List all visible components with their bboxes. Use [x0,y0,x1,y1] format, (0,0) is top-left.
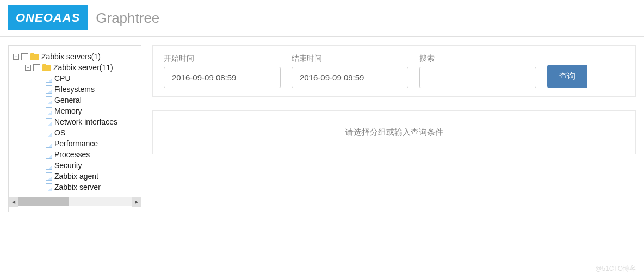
page-title: Graphtree [96,10,159,27]
end-time-label: 结束时间 [292,54,408,64]
tree-label: Zabbix server(11) [53,63,113,72]
tree-node-network[interactable]: Network interfaces [13,116,137,127]
file-icon [46,183,52,191]
scroll-left-icon[interactable]: ◀ [9,197,18,207]
file-icon [46,140,52,148]
main: − Zabbix servers(1) − Zabbix server(11) … [0,37,644,220]
tree-label: Zabbix server [54,183,101,191]
folder-icon [42,64,51,71]
end-time-group: 结束时间 [292,54,408,88]
tree-label: Performance [54,139,98,148]
file-icon [46,162,52,170]
tree-node-filesystems[interactable]: Filesystems [13,84,137,95]
tree: − Zabbix servers(1) − Zabbix server(11) … [9,51,141,193]
tree-node-zabbix-agent[interactable]: Zabbix agent [13,171,137,182]
query-button[interactable]: 查询 [547,65,587,88]
tree-label: General [54,96,82,104]
search-label: 搜索 [419,54,536,64]
tree-label: Security [54,161,82,170]
scroll-right-icon[interactable]: ▶ [132,197,141,207]
collapse-icon[interactable]: − [13,54,19,60]
start-time-group: 开始时间 [164,54,281,88]
file-icon [46,85,52,94]
tree-node-performance[interactable]: Performance [13,138,137,149]
tree-node-root[interactable]: − Zabbix servers(1) [13,51,137,62]
horizontal-scrollbar[interactable]: ◀ ▶ [9,197,141,206]
tree-node-general[interactable]: General [13,95,137,106]
tree-label: Memory [54,107,82,115]
tree-label: Network interfaces [54,117,117,126]
tree-label: Zabbix servers(1) [41,52,101,61]
tree-node-zabbix-server[interactable]: Zabbix server [13,182,137,193]
file-icon [46,96,52,104]
checkbox[interactable] [33,64,40,71]
checkbox[interactable] [21,53,28,60]
collapse-icon[interactable]: − [25,65,31,71]
scroll-track[interactable] [18,197,132,206]
tree-label: Filesystems [54,85,95,94]
file-icon [46,107,52,115]
file-icon [46,118,52,126]
tree-node-security[interactable]: Security [13,160,137,171]
header: ONEOAAS Graphtree [0,0,644,37]
result-panel: 请选择分组或输入查询条件 [152,110,636,154]
file-icon [46,172,52,181]
end-time-input[interactable] [292,67,408,88]
tree-label: CPU [54,74,71,83]
filter-panel: 开始时间 结束时间 搜索 查询 [152,45,636,97]
start-time-input[interactable] [164,67,281,88]
tree-node-cpu[interactable]: CPU [13,73,137,84]
content: 开始时间 结束时间 搜索 查询 请选择分组或输入查询条件 [152,45,636,154]
start-time-label: 开始时间 [164,54,281,64]
logo: ONEOAAS [8,5,88,30]
result-placeholder: 请选择分组或输入查询条件 [345,127,443,137]
tree-node-os[interactable]: OS [13,127,137,138]
tree-node-server[interactable]: − Zabbix server(11) [13,62,137,73]
tree-node-memory[interactable]: Memory [13,106,137,116]
file-icon [46,129,52,137]
folder-icon [30,53,39,60]
tree-label: Zabbix agent [54,172,98,181]
tree-label: OS [54,128,65,137]
tree-node-processes[interactable]: Processes [13,149,137,160]
file-icon [46,75,52,83]
scroll-thumb[interactable] [18,197,69,206]
search-input[interactable] [419,67,536,88]
search-group: 搜索 [419,54,536,88]
sidebar: − Zabbix servers(1) − Zabbix server(11) … [8,45,141,212]
tree-label: Processes [54,150,90,159]
file-icon [46,151,52,159]
